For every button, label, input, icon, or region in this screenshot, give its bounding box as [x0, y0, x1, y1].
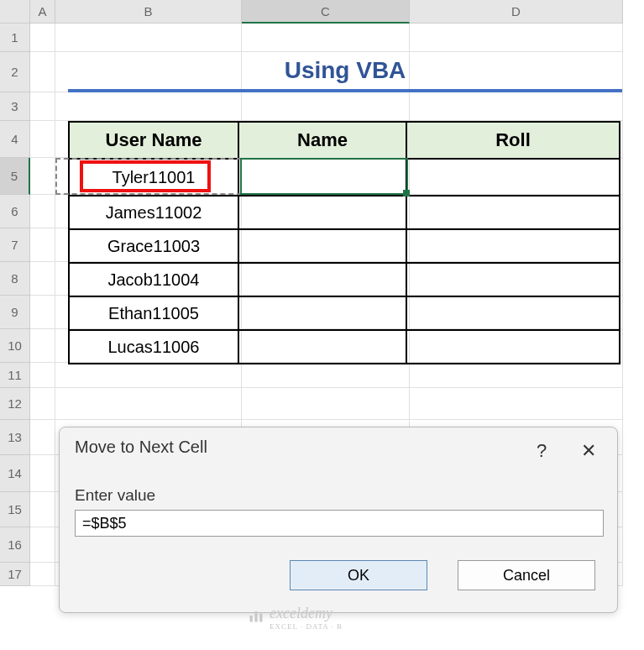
cell[interactable] — [410, 363, 623, 388]
svg-rect-0 — [250, 616, 253, 622]
watermark-tag: EXCEL · DATA · B — [270, 622, 343, 631]
cell-user-name[interactable]: Jacob11004 — [69, 263, 238, 296]
row-header-4[interactable]: 4 — [0, 121, 30, 158]
input-label: Enter value — [75, 486, 155, 505]
row-header-10[interactable]: 10 — [0, 329, 30, 363]
cell[interactable] — [410, 388, 623, 420]
svg-rect-2 — [259, 614, 262, 622]
cell[interactable] — [30, 158, 55, 195]
cell-roll[interactable] — [406, 229, 620, 263]
cancel-button[interactable]: Cancel — [458, 560, 595, 590]
watermark: exceldemy EXCEL · DATA · B — [248, 605, 343, 631]
cell[interactable] — [30, 92, 55, 121]
cell[interactable] — [30, 262, 55, 296]
cell-user-name[interactable]: Lucas11006 — [69, 330, 238, 364]
dialog-title: Move to Next Cell — [75, 438, 207, 457]
cell[interactable] — [242, 24, 410, 52]
cell-name[interactable] — [238, 159, 406, 196]
cell[interactable] — [55, 388, 242, 420]
cell[interactable] — [30, 492, 55, 527]
cell[interactable] — [30, 363, 55, 388]
cell[interactable] — [30, 329, 55, 363]
page-title: Using VBA — [68, 52, 622, 92]
cell[interactable] — [55, 363, 242, 388]
cell-name[interactable] — [238, 330, 406, 364]
row-header-15[interactable]: 15 — [0, 492, 30, 527]
cell[interactable] — [30, 455, 55, 492]
row-header-5[interactable]: 5 — [0, 158, 30, 195]
header-roll: Roll — [406, 122, 620, 159]
help-button[interactable]: ? — [525, 434, 558, 468]
col-header-A[interactable]: A — [30, 0, 55, 24]
cell-name[interactable] — [238, 196, 406, 229]
header-name: Name — [238, 122, 406, 159]
cell[interactable] — [242, 92, 410, 121]
cell[interactable] — [30, 24, 55, 52]
cell-user-name[interactable]: Grace11003 — [69, 229, 238, 263]
header-user-name: User Name — [69, 122, 238, 159]
col-header-D[interactable]: D — [410, 0, 623, 24]
ok-button[interactable]: OK — [290, 560, 427, 590]
close-button[interactable]: ✕ — [572, 434, 605, 468]
row-header-9[interactable]: 9 — [0, 296, 30, 329]
cell-name[interactable] — [238, 296, 406, 330]
row-header-16[interactable]: 16 — [0, 527, 30, 563]
row-header-8[interactable]: 8 — [0, 262, 30, 296]
row-header-11[interactable]: 11 — [0, 363, 30, 388]
cell[interactable] — [30, 527, 55, 563]
cell-roll[interactable] — [406, 196, 620, 229]
row-header-14[interactable]: 14 — [0, 455, 30, 492]
row-header-7[interactable]: 7 — [0, 228, 30, 262]
col-header-B[interactable]: B — [55, 0, 242, 24]
cell[interactable] — [30, 563, 55, 586]
cell-name[interactable] — [238, 263, 406, 296]
cell-roll[interactable] — [406, 263, 620, 296]
row-header-1[interactable]: 1 — [0, 24, 30, 52]
cell[interactable] — [30, 52, 55, 92]
row-header-13[interactable]: 13 — [0, 420, 30, 455]
row-header-6[interactable]: 6 — [0, 195, 30, 228]
row-header-12[interactable]: 12 — [0, 388, 30, 420]
cell-user-name[interactable]: Ethan11005 — [69, 296, 238, 330]
cell-user-name[interactable]: Tyler11001 — [69, 159, 238, 196]
cell[interactable] — [30, 121, 55, 158]
col-header-C[interactable]: C — [242, 0, 410, 24]
close-icon: ✕ — [581, 440, 596, 462]
cell[interactable] — [242, 363, 410, 388]
cell[interactable] — [30, 228, 55, 262]
row-header-17[interactable]: 17 — [0, 563, 30, 586]
cell[interactable] — [410, 24, 623, 52]
cell-roll[interactable] — [406, 330, 620, 364]
cell[interactable] — [30, 296, 55, 329]
select-all-corner[interactable] — [0, 0, 30, 24]
cell-roll[interactable] — [406, 296, 620, 330]
cell-user-name[interactable]: James11002 — [69, 196, 238, 229]
cell[interactable] — [30, 420, 55, 455]
column-headers: A B C D — [0, 0, 623, 24]
cell[interactable] — [30, 388, 55, 420]
cell[interactable] — [242, 388, 410, 420]
svg-rect-1 — [254, 611, 257, 622]
cell[interactable] — [30, 195, 55, 228]
value-input[interactable] — [75, 510, 604, 537]
cell[interactable] — [55, 24, 242, 52]
cell[interactable] — [55, 92, 242, 121]
cell[interactable] — [410, 92, 623, 121]
row-header-2[interactable]: 2 — [0, 52, 30, 92]
cell-roll[interactable] — [406, 159, 620, 196]
data-table: User Name Name Roll Tyler11001 James1100… — [68, 121, 620, 364]
row-header-3[interactable]: 3 — [0, 92, 30, 121]
chart-icon — [248, 607, 264, 628]
cell-name[interactable] — [238, 229, 406, 263]
input-dialog: Move to Next Cell ? ✕ Enter value OK Can… — [59, 427, 618, 613]
watermark-brand: exceldemy — [270, 605, 332, 621]
